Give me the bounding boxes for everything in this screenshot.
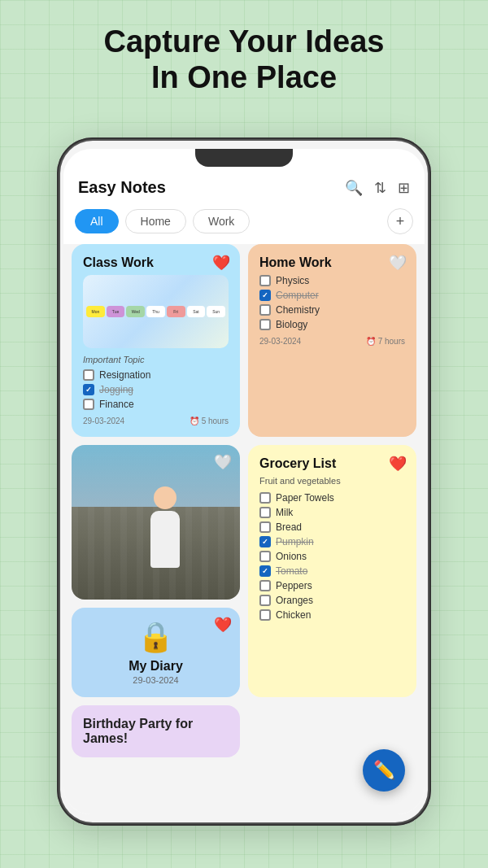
phone-inner: Easy Notes 🔍 ⇅ ⊞ All Home Work + ❤️ Clas… [63,149,425,814]
grocery-checkbox-0[interactable] [259,492,271,504]
homework-checkbox-0[interactable] [259,275,271,286]
classwork-label-1: Jogging [99,384,133,395]
grocery-checkbox-5[interactable] [259,565,271,577]
fab-container: ✏️ [63,765,425,814]
grocery-label-7: Oranges [276,595,313,606]
grocery-item-6: Peppers [259,580,405,591]
classwork-item-2: Finance [83,399,229,410]
grocery-heart-icon: ❤️ [389,455,407,473]
homework-heart-icon: 🤍 [389,254,407,272]
classwork-time: ⏰ 5 hours [190,417,229,425]
grocery-label-4: Onions [276,551,307,562]
person-figure [141,486,190,584]
grocery-label-0: Paper Towels [276,492,334,504]
grocery-checkbox-8[interactable] [259,609,271,621]
grocery-title: Grocery List [259,456,405,471]
classwork-item-1: Jogging [83,384,229,395]
classwork-duration: 5 hours [202,417,229,425]
grocery-label-5: Tomato [276,565,307,577]
grocery-item-2: Bread [259,521,405,533]
classwork-label-2: Finance [99,399,134,410]
grocery-checkbox-7[interactable] [259,595,271,606]
grocery-label-3: Pumpkin [276,536,314,547]
homework-duration: 7 hours [378,337,405,346]
homework-checkbox-2[interactable] [259,304,271,316]
tabs-bar: All Home Work + [63,203,425,244]
headline-line1: Capture Your Ideas [104,24,385,59]
homework-checkbox-1[interactable] [259,290,271,301]
homework-label-3: Biology [276,319,307,330]
diary-title: My Diary [129,659,183,674]
classwork-date: 29-03-2024 [83,417,124,425]
grocery-label-1: Milk [276,507,293,518]
sort-icon[interactable]: ⇅ [374,179,386,197]
birthday-title: Birthday Party for James! [83,717,229,746]
homework-card[interactable]: 🤍 Home Work Physics Computer Chemistry B… [248,244,416,437]
diary-card[interactable]: ❤️ 🔒 My Diary 29-03-2024 [72,608,240,697]
homework-item-0: Physics [259,275,405,286]
headline: Capture Your Ideas In One Place [104,24,385,118]
classwork-label-0: Resignation [99,369,150,381]
grocery-checkbox-1[interactable] [259,507,271,518]
photo-card[interactable]: 🤍 [72,445,240,600]
grocery-checkbox-4[interactable] [259,551,271,562]
homework-title: Home Work [259,255,405,270]
tab-work[interactable]: Work [193,209,250,233]
homework-date: 29-03-2024 [259,337,301,346]
diary-heart-icon: ❤️ [214,616,232,634]
notes-grid: ❤️ Class Work Mon Tue Wed Thu Fri Sat Su… [63,244,425,765]
homework-item-2: Chemistry [259,304,405,316]
birthday-card[interactable]: Birthday Party for James! [72,705,240,757]
grocery-card[interactable]: ❤️ Grocery List Fruit and vegetables Pap… [248,445,416,697]
grocery-item-3: Pumpkin [259,536,405,547]
classwork-footer: 29-03-2024 ⏰ 5 hours [83,417,229,425]
grocery-checkbox-2[interactable] [259,521,271,533]
photo-heart-icon: 🤍 [214,453,232,471]
classwork-title: Class Work [83,255,229,270]
classwork-card[interactable]: ❤️ Class Work Mon Tue Wed Thu Fri Sat Su… [72,244,240,437]
grocery-item-5: Tomato [259,565,405,577]
edit-icon: ✏️ [373,760,395,781]
grocery-checkbox-3[interactable] [259,536,271,547]
app-title: Easy Notes [78,178,166,197]
classwork-image: Mon Tue Wed Thu Fri Sat Sun [83,275,229,348]
homework-label-2: Chemistry [276,304,320,316]
homework-checkbox-3[interactable] [259,319,271,330]
classwork-checkbox-1[interactable] [83,384,94,395]
grocery-item-4: Onions [259,551,405,562]
homework-label-1: Computer [276,290,319,301]
classwork-checkbox-2[interactable] [83,399,94,410]
header-icons: 🔍 ⇅ ⊞ [345,179,410,197]
classwork-subtitle: Important Topic [83,355,229,364]
grocery-label-2: Bread [276,521,302,533]
clock-icon-hw: ⏰ [366,337,376,346]
headline-line2: In One Place [151,60,337,94]
person-body [150,511,180,568]
phone-frame: Easy Notes 🔍 ⇅ ⊞ All Home Work + ❤️ Clas… [57,137,431,826]
grocery-label-8: Chicken [276,609,311,621]
homework-footer: 29-03-2024 ⏰ 7 hours [259,337,405,346]
phone-notch [195,149,293,167]
fab-button[interactable]: ✏️ [363,749,405,792]
tab-all[interactable]: All [75,209,119,233]
clock-icon: ⏰ [190,417,199,425]
classwork-item-0: Resignation [83,369,229,381]
search-icon[interactable]: 🔍 [345,179,363,197]
homework-item-1: Computer [259,290,405,301]
diary-date: 29-03-2024 [133,675,178,685]
classwork-heart-icon: ❤️ [212,254,230,272]
tab-home[interactable]: Home [125,209,186,233]
grocery-item-8: Chicken [259,609,405,621]
grocery-subtitle: Fruit and vegetables [259,476,405,486]
classwork-checkbox-0[interactable] [83,369,94,381]
add-tab-button[interactable]: + [387,208,413,234]
grocery-item-0: Paper Towels [259,492,405,504]
person-head [154,486,176,509]
grocery-checkbox-6[interactable] [259,580,271,591]
grocery-item-7: Oranges [259,595,405,606]
grocery-item-1: Milk [259,507,405,518]
grocery-label-6: Peppers [276,580,312,591]
homework-label-0: Physics [276,275,309,286]
homework-time: ⏰ 7 hours [366,337,405,346]
grid-icon[interactable]: ⊞ [398,179,410,197]
